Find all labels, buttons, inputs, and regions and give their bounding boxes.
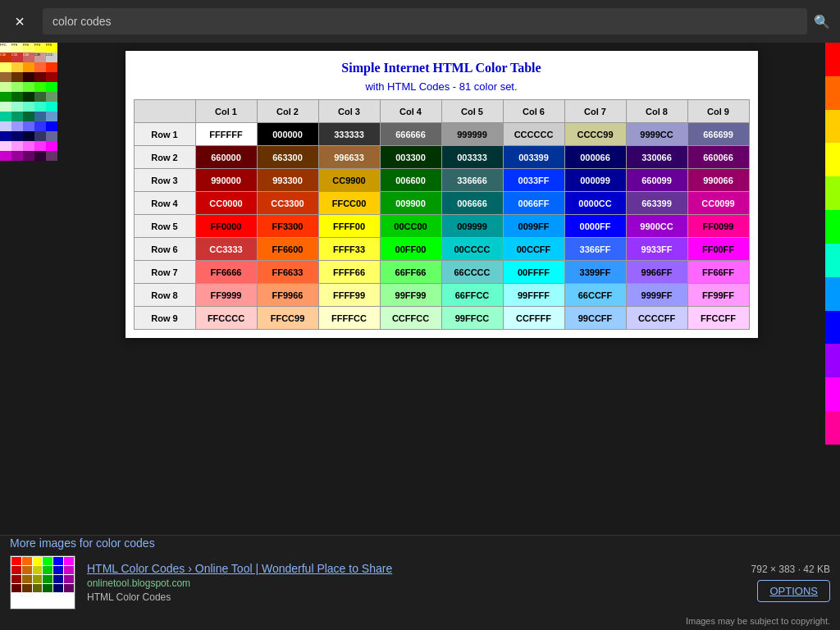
copyright-text: Images may be subject to copyright. — [0, 614, 840, 628]
color-cell: 663399 — [626, 192, 687, 215]
more-images-link[interactable]: More images for color codes — [0, 530, 165, 556]
color-cell: CCCC99 — [564, 123, 626, 146]
column-header: Col 8 — [626, 100, 687, 123]
color-cell: FFFF66 — [318, 261, 380, 284]
color-cell: 660066 — [687, 146, 749, 169]
row-header: Row 4 — [134, 192, 195, 215]
color-cell: CC3300 — [257, 192, 318, 215]
row-header: Row 3 — [134, 169, 195, 192]
color-cell: FFFF99 — [318, 284, 380, 307]
color-cell: FFFFCC — [318, 307, 380, 330]
color-cell: 009900 — [380, 192, 441, 215]
search-input[interactable] — [43, 8, 807, 34]
color-cell: FFCC00 — [318, 192, 380, 215]
row-header: Row 6 — [134, 238, 195, 261]
column-header: Col 7 — [564, 100, 626, 123]
color-cell: 003300 — [380, 146, 441, 169]
color-cell: FF9966 — [257, 284, 318, 307]
color-cell: FF66FF — [687, 261, 749, 284]
color-cell: FF99FF — [687, 284, 749, 307]
close-button[interactable]: × — [10, 11, 30, 31]
color-cell: 660099 — [626, 169, 687, 192]
table-row: Row 5FF0000FF3300FFFF0000CC000099990099F… — [134, 215, 749, 238]
result-info: HTML Color Codes › Online Tool | Wonderf… — [0, 550, 840, 614]
color-cell: FF3300 — [257, 215, 318, 238]
options-button[interactable]: OPTIONS — [757, 580, 830, 602]
color-cell: 9999CC — [626, 123, 687, 146]
color-cell: CC0099 — [687, 192, 749, 215]
color-cell: 9966FF — [626, 261, 687, 284]
color-cell: 99FF99 — [380, 284, 441, 307]
table-row: Row 7FF6666FF6633FFFF6666FF6666CCCC00FFF… — [134, 261, 749, 284]
color-cell: 999999 — [441, 123, 503, 146]
color-cell: 993300 — [257, 169, 318, 192]
color-cell: FFFFFF — [195, 123, 257, 146]
table-row: Row 1FFFFFF000000333333666666999999CCCCC… — [134, 123, 749, 146]
row-header: Row 7 — [134, 261, 195, 284]
color-cell: 9933FF — [626, 238, 687, 261]
color-cell: 00CC00 — [380, 215, 441, 238]
color-cell: CCCCFF — [626, 307, 687, 330]
color-cell: CC9900 — [318, 169, 380, 192]
table-row: Row 3990000993300CC99000066003366660033F… — [134, 169, 749, 192]
result-title[interactable]: HTML Color Codes › Online Tool | Wonderf… — [87, 562, 740, 575]
color-table: Col 1Col 2Col 3Col 4Col 5Col 6Col 7Col 8… — [134, 99, 750, 330]
left-color-strip: FFC FF9 FF6 FF3 FF0 C30 C33 C66 C99 CCC — [0, 43, 57, 445]
column-header: Col 5 — [441, 100, 503, 123]
color-cell: 000099 — [564, 169, 626, 192]
color-cell: FF6600 — [257, 238, 318, 261]
main-image-area: Simple Internet HTML Color Table with HT… — [57, 43, 825, 346]
color-cell: FFCC99 — [257, 307, 318, 330]
color-cell: FFCCCC — [195, 307, 257, 330]
result-desc: HTML Color Codes — [87, 591, 740, 603]
color-cell: CCFFFF — [503, 307, 564, 330]
color-cell: 99FFFF — [503, 284, 564, 307]
table-row: Row 8FF9999FF9966FFFF9999FF9966FFCC99FFF… — [134, 284, 749, 307]
column-header: Col 2 — [257, 100, 318, 123]
color-cell: CC0000 — [195, 192, 257, 215]
color-cell: 990066 — [687, 169, 749, 192]
color-cell: 66CCFF — [564, 284, 626, 307]
column-header: Col 9 — [687, 100, 749, 123]
color-cell: 333333 — [318, 123, 380, 146]
color-cell: 003399 — [503, 146, 564, 169]
bottom-bar: More images for color codes — [0, 535, 840, 630]
color-cell: 00CCCC — [441, 238, 503, 261]
color-cell: 66FF66 — [380, 261, 441, 284]
color-cell: 990000 — [195, 169, 257, 192]
color-cell: 9999FF — [626, 284, 687, 307]
color-cell: 330066 — [626, 146, 687, 169]
table-row: Row 9FFCCCCFFCC99FFFFCCCCFFCC99FFCCCCFFF… — [134, 307, 749, 330]
row-header: Row 1 — [134, 123, 195, 146]
column-header: Col 3 — [318, 100, 380, 123]
color-cell: 99FFCC — [441, 307, 503, 330]
color-cell: 0000CC — [564, 192, 626, 215]
column-header: Col 4 — [380, 100, 441, 123]
color-cell: FFFF33 — [318, 238, 380, 261]
color-cell: 006666 — [441, 192, 503, 215]
color-cell: FF9999 — [195, 284, 257, 307]
color-cell: 3399FF — [564, 261, 626, 284]
color-cell: 000066 — [564, 146, 626, 169]
color-cell: FF0099 — [687, 215, 749, 238]
right-color-strip — [825, 43, 840, 445]
color-cell: 00FF00 — [380, 238, 441, 261]
color-cell: 663300 — [257, 146, 318, 169]
color-table-container: Simple Internet HTML Color Table with HT… — [126, 51, 758, 338]
table-row: Row 266000066330099663300330000333300339… — [134, 146, 749, 169]
color-cell: CCCCCC — [503, 123, 564, 146]
table-row: Row 4CC0000CC3300FFCC000099000066660066F… — [134, 192, 749, 215]
result-text: HTML Color Codes › Online Tool | Wonderf… — [87, 562, 740, 603]
color-cell: 00CCFF — [503, 238, 564, 261]
top-bar: × 🔍 — [0, 0, 840, 43]
thumbnail — [10, 555, 75, 609]
color-cell: 996633 — [318, 146, 380, 169]
color-cell: 003333 — [441, 146, 503, 169]
color-cell: FFFF00 — [318, 215, 380, 238]
color-cell: 66FFCC — [441, 284, 503, 307]
color-cell: 9900CC — [626, 215, 687, 238]
color-cell: 3366FF — [564, 238, 626, 261]
row-header: Row 9 — [134, 307, 195, 330]
result-meta: 792 × 383 · 42 KB — [751, 564, 830, 575]
color-cell: FF00FF — [687, 238, 749, 261]
